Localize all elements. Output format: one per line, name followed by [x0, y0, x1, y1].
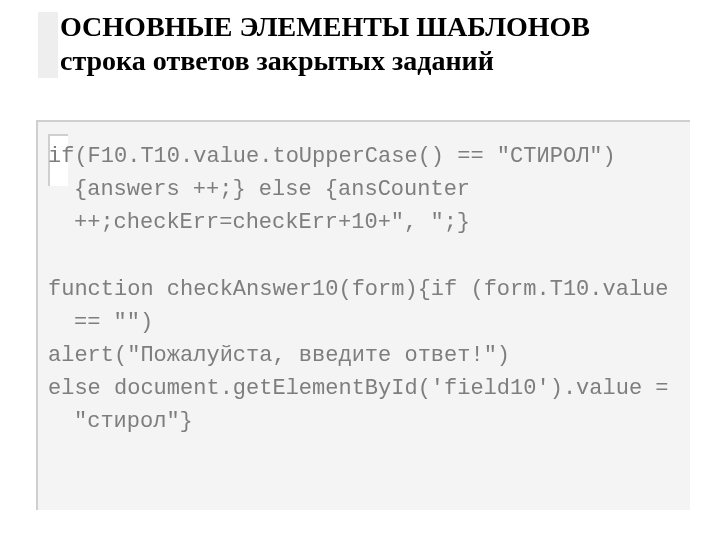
code-line: else document.getElementById('field10').… [48, 372, 680, 438]
title-line-1: ОСНОВНЫЕ ЭЛЕМЕНТЫ ШАБЛОНОВ [60, 10, 690, 44]
code-text: if(F10.T10.value.toUpperCase() == ″СТИРО… [48, 140, 680, 438]
title-line-2: строка ответов закрытых заданий [60, 44, 690, 78]
code-line: function checkAnswer10(form){if (form.T1… [48, 273, 680, 339]
slide-title: ОСНОВНЫЕ ЭЛЕМЕНТЫ ШАБЛОНОВ строка ответо… [60, 10, 690, 77]
code-line: if(F10.T10.value.toUpperCase() == ″СТИРО… [48, 140, 680, 239]
code-line: alert("Пожалуйста, введите ответ!") [48, 339, 680, 372]
slide: ОСНОВНЫЕ ЭЛЕМЕНТЫ ШАБЛОНОВ строка ответо… [0, 0, 720, 540]
code-block: if(F10.T10.value.toUpperCase() == ″СТИРО… [36, 120, 690, 510]
blank-line [48, 239, 680, 273]
title-accent-bar [36, 12, 58, 78]
